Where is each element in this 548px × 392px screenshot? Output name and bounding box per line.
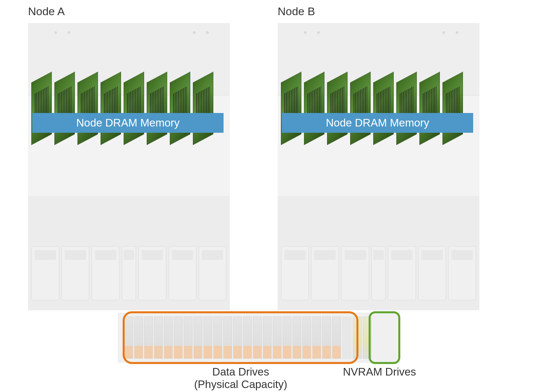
pci-slot <box>61 246 89 300</box>
node-a-title: Node A <box>28 5 65 18</box>
node-a-slot-row <box>31 246 227 300</box>
dimm-module <box>373 72 394 145</box>
dimm-module <box>31 72 52 145</box>
pci-slot <box>281 246 309 300</box>
node-b-bottom-panel <box>278 196 479 310</box>
pci-slot <box>198 246 227 300</box>
pci-slot <box>31 246 59 300</box>
dimm-module <box>304 72 324 145</box>
node-b-chassis <box>278 23 479 310</box>
data-drives-label: Data Drives (Physical Capacity) <box>185 366 297 391</box>
nvram-drives-outline <box>369 311 400 364</box>
dimm-module <box>54 72 75 145</box>
node-b-title: Node B <box>278 5 315 18</box>
pci-slot <box>418 246 446 300</box>
node-a-bottom-panel <box>28 196 230 310</box>
dimm-module <box>170 72 190 145</box>
node-a-dram-label: Node DRAM Memory <box>76 117 180 129</box>
pci-slot <box>91 246 119 300</box>
dimm-module <box>281 72 301 145</box>
nvram-drives-label: NVRAM Drives <box>343 366 416 378</box>
dimm-module <box>147 72 167 145</box>
pci-slot <box>341 246 369 300</box>
dimm-module <box>124 72 144 145</box>
pci-slot <box>448 246 476 300</box>
data-drives-label-line1: Data Drives <box>212 366 269 378</box>
pci-slot <box>168 246 197 300</box>
data-drives-label-line2: (Physical Capacity) <box>194 378 287 390</box>
dimm-module <box>327 72 348 145</box>
dimm-module <box>101 72 121 145</box>
dimm-module <box>350 72 371 145</box>
data-drives-outline <box>123 311 358 364</box>
pci-slot <box>388 246 416 300</box>
dimm-module <box>396 72 417 145</box>
node-b-slot-row <box>281 246 476 300</box>
node-a-chassis <box>28 23 230 310</box>
dimm-module <box>77 72 98 145</box>
pci-slot <box>311 246 339 300</box>
dimm-module <box>193 72 213 145</box>
pci-slot <box>122 246 137 300</box>
pci-slot <box>138 246 166 300</box>
pci-slot <box>371 246 386 300</box>
node-b-dram-label: Node DRAM Memory <box>326 117 429 129</box>
dimm-module <box>419 72 440 145</box>
node-b-dram-label-box: Node DRAM Memory <box>282 113 473 133</box>
node-a-dram-label-box: Node DRAM Memory <box>32 113 224 133</box>
dimm-module <box>442 72 463 145</box>
